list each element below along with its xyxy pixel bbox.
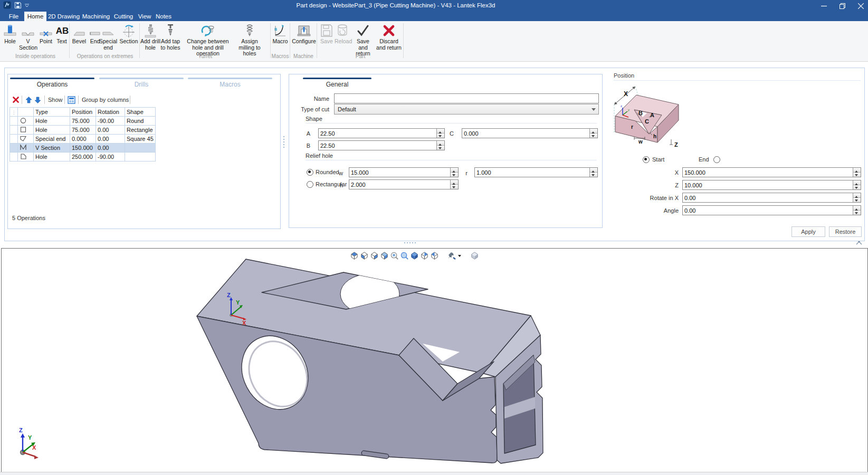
delete-operation-icon[interactable] — [13, 97, 19, 103]
w-input[interactable] — [351, 168, 450, 176]
tab-operations[interactable]: Operations — [10, 81, 94, 88]
type-column-header[interactable]: Type — [34, 108, 70, 117]
tab-drills[interactable]: Drills — [99, 81, 184, 88]
view-front-icon[interactable] — [360, 251, 369, 260]
column-chooser-icon[interactable] — [68, 96, 75, 104]
horizontal-splitter[interactable] — [404, 242, 416, 243]
a-input[interactable] — [320, 129, 436, 137]
point-button[interactable]: Point — [38, 23, 54, 45]
x-position-input[interactable] — [684, 168, 852, 176]
z-position-input[interactable] — [684, 181, 852, 189]
x-position-field[interactable] — [682, 167, 861, 177]
h-input[interactable] — [351, 180, 450, 188]
c-input[interactable] — [464, 129, 589, 137]
angle-input[interactable] — [684, 206, 852, 214]
tab-file[interactable]: File — [5, 12, 22, 21]
angle-field[interactable] — [682, 205, 861, 215]
material-cube-icon[interactable] — [470, 251, 479, 260]
restore-button[interactable] — [840, 3, 845, 9]
assign-milling-button[interactable]: Assign milling to holes — [233, 23, 266, 57]
discard-and-return-button[interactable]: Discard and return — [376, 23, 402, 51]
table-row[interactable]: Hole 75.000 0.00 Rectangle — [10, 126, 156, 135]
macro-button[interactable]: B Macro — [272, 23, 289, 45]
qat-dropdown-icon[interactable] — [25, 4, 29, 7]
table-row[interactable]: Hole 250.000 -90.00 — [10, 153, 156, 162]
v-section-button[interactable]: V Section — [19, 23, 37, 51]
minimize-button[interactable] — [821, 3, 827, 9]
view-right-icon[interactable] — [370, 251, 379, 260]
change-hole-drill-button[interactable]: Change between hole and drill operation — [183, 23, 233, 57]
name-input[interactable] — [336, 94, 597, 102]
view-back-icon[interactable] — [420, 251, 429, 260]
add-tap-to-holes-button[interactable]: Add tap to holes — [159, 23, 182, 51]
z-position-field[interactable] — [682, 180, 861, 190]
name-field[interactable] — [334, 93, 599, 103]
save-and-return-button[interactable]: Save and return — [351, 23, 375, 57]
special-end-button[interactable]: Special end — [98, 23, 118, 51]
b-spinner[interactable] — [436, 141, 444, 150]
view-iso-icon[interactable] — [380, 251, 389, 260]
display-options-icon[interactable] — [447, 251, 462, 260]
tab-2d-drawing[interactable]: 2D Drawing — [47, 12, 80, 21]
angle-spinner[interactable] — [853, 206, 861, 215]
save-quick-icon[interactable] — [14, 2, 22, 9]
rotate-in-x-input[interactable] — [684, 194, 852, 202]
c-field[interactable] — [462, 128, 598, 138]
position-column-header[interactable]: Position — [70, 108, 96, 117]
w-spinner[interactable] — [450, 168, 458, 177]
reload-button[interactable]: Reload — [335, 23, 351, 45]
view-left-icon[interactable] — [430, 251, 439, 260]
a-field[interactable] — [318, 128, 445, 138]
configure-button[interactable]: Configure — [292, 23, 316, 45]
b-input[interactable] — [320, 141, 436, 149]
save-button[interactable]: Save — [319, 23, 335, 45]
tab-home[interactable]: Home — [24, 12, 46, 21]
icon-column-header[interactable] — [18, 108, 34, 117]
restore-button[interactable]: Restore — [829, 226, 862, 237]
r-input[interactable] — [476, 168, 589, 176]
collapse-panel-icon[interactable] — [856, 240, 862, 245]
tab-cutting[interactable]: Cutting — [112, 12, 135, 21]
r-field[interactable] — [474, 167, 598, 177]
move-up-icon[interactable] — [25, 97, 32, 103]
rotate-in-x-spinner[interactable] — [853, 193, 861, 202]
group-by-columns-button[interactable]: Group by columns — [82, 97, 129, 103]
h-field[interactable] — [349, 179, 459, 189]
c-spinner[interactable] — [589, 129, 597, 138]
zoom-orbit-icon[interactable] — [390, 251, 399, 260]
h-spinner[interactable] — [450, 180, 458, 189]
add-drill-hole-button[interactable]: Add drill hole — [140, 23, 160, 51]
hole-button[interactable]: Hole — [2, 23, 18, 45]
w-field[interactable] — [349, 167, 459, 177]
3d-viewport[interactable]: Z Y X Z Y X — [1, 248, 868, 472]
tab-macros[interactable]: Macros — [188, 81, 272, 88]
zoom-window-icon[interactable] — [400, 251, 409, 260]
vertical-splitter[interactable] — [283, 136, 284, 148]
r-spinner[interactable] — [589, 168, 597, 177]
section-button[interactable]: Section — [118, 23, 139, 45]
view-top-icon[interactable] — [350, 251, 359, 260]
x-position-spinner[interactable] — [853, 168, 861, 177]
shape-column-header[interactable]: Shape — [125, 108, 156, 117]
a-spinner[interactable] — [436, 129, 444, 138]
z-position-spinner[interactable] — [853, 180, 861, 189]
show-button[interactable]: Show — [48, 97, 63, 103]
table-row[interactable]: Special end 0.000 0.00 Square 45 — [10, 135, 156, 144]
bevel-button[interactable]: Bevel — [71, 23, 88, 45]
rotation-column-header[interactable]: Rotation — [96, 108, 125, 117]
app-logo-icon[interactable] — [3, 1, 11, 9]
tab-general[interactable]: General — [303, 81, 371, 88]
rounded-radio[interactable] — [307, 169, 313, 176]
end-radio[interactable] — [713, 156, 720, 163]
tab-notes[interactable]: Notes — [154, 12, 173, 21]
rectangular-radio[interactable] — [307, 181, 313, 188]
table-row[interactable]: Hole 75.000 -90.00 Round — [10, 117, 156, 126]
tab-machining[interactable]: Machining — [81, 12, 111, 21]
b-field[interactable] — [318, 140, 445, 150]
tab-view[interactable]: View — [136, 12, 153, 21]
shaded-view-icon[interactable] — [410, 251, 419, 260]
rotate-in-x-field[interactable] — [682, 193, 861, 203]
close-button[interactable] — [858, 3, 864, 9]
start-radio[interactable] — [643, 156, 650, 163]
move-down-icon[interactable] — [34, 97, 41, 103]
